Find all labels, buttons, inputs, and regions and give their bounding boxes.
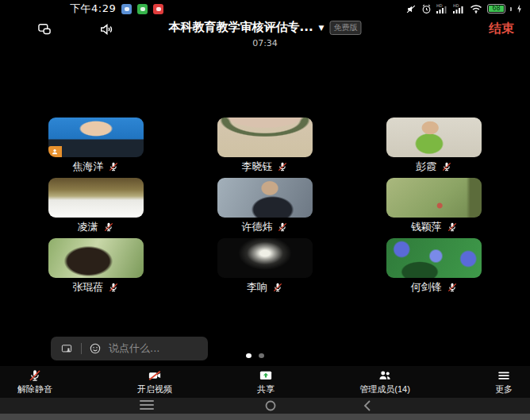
- participant-name: 李晓钰: [241, 160, 272, 174]
- status-icons: HD HD 68: [405, 3, 522, 14]
- participant-name-row: 李响: [247, 279, 283, 295]
- participant-name-row: 焦海洋: [72, 159, 119, 175]
- participant-name-row: 李晓钰: [241, 159, 288, 175]
- recents-icon[interactable]: [140, 400, 154, 413]
- chat-divider: [81, 343, 82, 354]
- chat-panel-icon[interactable]: [60, 343, 74, 355]
- participant-cell: 李晓钰: [180, 118, 349, 175]
- participant-name-row: 彭霞: [416, 159, 452, 175]
- page-indicator: [246, 353, 264, 358]
- participant-cell: 焦海洋: [11, 118, 180, 175]
- participant-name: 焦海洋: [72, 160, 103, 174]
- signal-hd-icon-2: HD: [453, 3, 465, 14]
- mic-muted-icon: [28, 368, 42, 383]
- participant-name: 彭霞: [416, 160, 436, 174]
- participant-cell: 李响: [180, 238, 349, 295]
- participant-name-row: 凌潇: [78, 219, 114, 235]
- charging-bolt-icon: [517, 4, 522, 13]
- meeting-screen: 下午4:29 HD HD 68 本科教育教学审核评估专... ▼ 免费版 结束 …: [0, 0, 530, 420]
- mic-muted-icon: [441, 161, 452, 172]
- toolbar-label: 解除静音: [17, 383, 52, 395]
- toolbar-label: 管理成员(14): [359, 383, 410, 395]
- plan-badge: 免费版: [330, 21, 362, 35]
- notification-app-icon-blue: [121, 4, 132, 14]
- status-bar: 下午4:29 HD HD 68: [0, 0, 530, 16]
- minimize-pip-icon: [35, 21, 54, 37]
- audio-output-button[interactable]: [97, 21, 116, 40]
- participant-video-thumbnail[interactable]: [217, 238, 313, 278]
- notification-app-icon-red: [153, 4, 163, 14]
- battery-percent: 68: [489, 6, 504, 12]
- svg-text:HD: HD: [453, 3, 459, 8]
- page-dot-active: [246, 353, 252, 358]
- members-icon: [376, 368, 394, 383]
- meeting-header: 本科教育教学审核评估专... ▼ 免费版 结束 07:34: [0, 17, 530, 48]
- bottom-toolbar: 解除静音开启视频共享管理成员(14)更多: [0, 366, 530, 398]
- participant-cell: 何剑锋: [350, 238, 519, 295]
- participant-cell: 凌潇: [11, 178, 180, 235]
- participant-cell: 彭霞: [350, 118, 519, 175]
- host-icon: [51, 148, 59, 156]
- mic-muted-icon: [447, 282, 458, 293]
- mic-muted-icon: [108, 282, 119, 293]
- participant-video-thumbnail[interactable]: [386, 238, 482, 278]
- mic-muted-icon: [103, 222, 114, 233]
- android-navbar: [0, 398, 530, 414]
- meeting-timer: 07:34: [252, 38, 278, 48]
- participant-video-thumbnail[interactable]: [386, 118, 482, 157]
- toolbar-label: 开启视频: [137, 383, 172, 395]
- participant-video-thumbnail[interactable]: [48, 238, 144, 278]
- back-icon[interactable]: [363, 400, 371, 414]
- participant-name: 李响: [247, 280, 267, 295]
- participant-video-thumbnail[interactable]: [48, 118, 144, 157]
- participant-name: 凌潇: [78, 220, 98, 234]
- participant-video-thumbnail[interactable]: [48, 178, 144, 218]
- participant-video-thumbnail[interactable]: [217, 178, 313, 218]
- participant-grid: 焦海洋李晓钰彭霞凌潇许德炜钱颖萍张琨蓓李响何剑锋: [11, 118, 519, 295]
- participant-name-row: 张琨蓓: [72, 279, 119, 295]
- chevron-down-icon: ▼: [319, 24, 325, 32]
- participant-video-thumbnail[interactable]: [386, 178, 482, 218]
- home-icon[interactable]: [265, 400, 276, 414]
- emoji-icon[interactable]: [89, 342, 102, 355]
- participant-name-row: 钱颖萍: [411, 219, 458, 235]
- participant-name-row: 许德炜: [241, 219, 288, 235]
- toolbar-label: 共享: [257, 383, 275, 395]
- chat-input-bar[interactable]: 说点什么...: [51, 337, 208, 360]
- participant-name-row: 何剑锋: [411, 279, 458, 295]
- page-dot: [259, 353, 264, 358]
- participant-name: 许德炜: [241, 220, 272, 234]
- toolbar-members[interactable]: 管理成员(14): [359, 368, 410, 395]
- meeting-title: 本科教育教学审核评估专...: [168, 20, 313, 35]
- svg-text:HD: HD: [436, 3, 443, 8]
- gesture-bar: [0, 414, 530, 420]
- mic-muted-icon: [277, 161, 288, 172]
- toolbar-camera-muted[interactable]: 开启视频: [137, 368, 172, 395]
- participant-name: 张琨蓓: [72, 280, 103, 295]
- mic-muted-icon: [277, 222, 288, 233]
- participant-name: 钱颖萍: [411, 220, 442, 234]
- chat-placeholder: 说点什么...: [109, 341, 159, 356]
- signal-hd-icon-1: HD: [436, 3, 448, 14]
- mic-muted-icon: [272, 282, 283, 293]
- toolbar-share-screen[interactable]: 共享: [257, 368, 275, 395]
- mic-muted-icon: [447, 222, 458, 233]
- toolbar-mic-muted[interactable]: 解除静音: [17, 368, 52, 395]
- participant-video-thumbnail[interactable]: [217, 118, 313, 157]
- participant-name: 何剑锋: [411, 280, 442, 295]
- toolbar-more[interactable]: 更多: [495, 368, 513, 395]
- toolbar-label: 更多: [495, 383, 513, 395]
- host-badge: [48, 146, 62, 157]
- participant-cell: 张琨蓓: [11, 238, 180, 295]
- end-meeting-button[interactable]: 结束: [484, 20, 519, 38]
- battery-icon: 68: [487, 4, 505, 13]
- ringer-muted-icon: [405, 4, 417, 14]
- camera-muted-icon: [146, 368, 163, 383]
- notification-app-icon-green: [137, 4, 148, 14]
- more-icon: [496, 368, 512, 383]
- minimize-pip-button[interactable]: [35, 21, 54, 40]
- alarm-icon: [421, 4, 432, 14]
- meeting-title-group[interactable]: 本科教育教学审核评估专... ▼ 免费版: [168, 20, 361, 35]
- participant-cell: 许德炜: [180, 178, 349, 235]
- participant-cell: 钱颖萍: [350, 178, 519, 235]
